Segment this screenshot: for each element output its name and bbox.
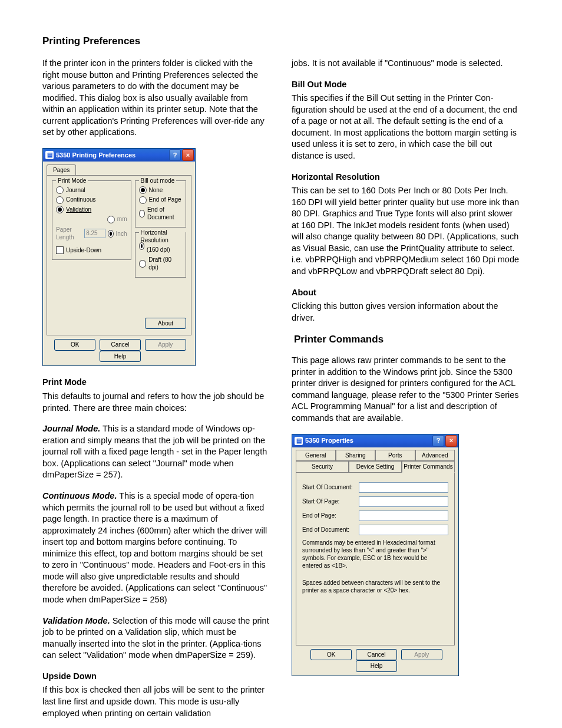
billout-eod-label: End of Document bbox=[147, 206, 182, 222]
tab-pages[interactable]: Pages bbox=[47, 164, 76, 176]
cancel-button[interactable]: Cancel bbox=[100, 339, 141, 351]
billout-heading: Bill Out Mode bbox=[292, 80, 346, 89]
commands-help-1: Commands may be entered in Hexadecimal f… bbox=[302, 539, 448, 569]
help-button[interactable]: Help bbox=[100, 351, 141, 363]
radio-hres-draft[interactable] bbox=[139, 260, 147, 268]
billout-none-label: None bbox=[149, 186, 163, 195]
radio-validation[interactable] bbox=[56, 206, 64, 213]
group-print-mode: Print Mode Journal Continuous Validation… bbox=[52, 180, 131, 261]
hres-heading: Horizontal Resolution bbox=[292, 172, 380, 182]
paper-length-field: 8.25 bbox=[84, 229, 105, 238]
help-button[interactable]: Help bbox=[356, 660, 397, 672]
tab-general[interactable]: General bbox=[296, 450, 336, 462]
dialog2-titlebar: ▤ 5350 Properties ? × bbox=[292, 434, 458, 447]
input-start-of-document[interactable] bbox=[359, 482, 448, 493]
label-end-of-page: End of Page: bbox=[302, 512, 355, 520]
dialog2-title: 5350 Properties bbox=[305, 436, 353, 445]
tab-device-setting[interactable]: Device Setting bbox=[349, 461, 402, 473]
group-billout: Bill out mode None End of Page End of Do… bbox=[135, 180, 187, 228]
group-hres: Horizontal Resolution Enhanced (160 dpi)… bbox=[135, 232, 187, 278]
unit-mm-label: mm bbox=[117, 215, 127, 223]
journal-mode-lead: Journal Mode. bbox=[42, 424, 100, 433]
print-mode-heading: Print Mode bbox=[42, 377, 87, 387]
radio-validation-label: Validation bbox=[66, 206, 91, 214]
radio-unit-mm bbox=[107, 216, 115, 223]
tab-ports[interactable]: Ports bbox=[375, 450, 415, 462]
radio-journal[interactable] bbox=[56, 186, 64, 194]
print-mode-paragraph: This defaults to journal and refers to h… bbox=[42, 391, 270, 414]
radio-unit-inch bbox=[108, 230, 114, 238]
radio-continuous-label: Continuous bbox=[66, 196, 96, 204]
apply-button[interactable]: Apply bbox=[401, 649, 442, 661]
input-start-of-page[interactable] bbox=[359, 496, 448, 507]
upside-down-label: Upside-Down bbox=[66, 246, 101, 255]
radio-continuous[interactable] bbox=[56, 196, 64, 204]
about-heading: About bbox=[292, 288, 316, 297]
help-icon[interactable]: ? bbox=[169, 149, 181, 161]
paper-length-label: Paper Length bbox=[56, 226, 82, 242]
commands-help-2: Spaces added between characters will be … bbox=[302, 579, 448, 594]
radio-billout-eod[interactable] bbox=[139, 210, 145, 218]
input-end-of-document[interactable] bbox=[359, 525, 448, 535]
about-button[interactable]: About bbox=[145, 318, 186, 330]
continuous-mode-paragraph: Continuous Mode. This is a special mode … bbox=[42, 490, 270, 606]
upside-down-paragraph: If this box is checked then all jobs wil… bbox=[42, 684, 270, 719]
journal-mode-paragraph: Journal Mode. This is a standard mode of… bbox=[42, 423, 270, 481]
tab-printer-commands[interactable]: Printer Commands bbox=[402, 461, 455, 473]
radio-journal-label: Journal bbox=[66, 186, 85, 195]
upside-down-heading: Upside Down bbox=[42, 671, 97, 681]
group-print-mode-legend: Print Mode bbox=[56, 177, 88, 185]
hres-paragraph: This can be set to 160 Dots Per Inch or … bbox=[292, 185, 520, 278]
radio-billout-eop[interactable] bbox=[139, 196, 147, 204]
about-paragraph: Clicking this button gives version infor… bbox=[292, 301, 520, 324]
ok-button[interactable]: OK bbox=[54, 339, 95, 351]
intro-paragraph: If the printer icon in the printers fold… bbox=[42, 58, 270, 139]
continuous-mode-lead: Continuous Mode. bbox=[42, 491, 117, 500]
close-icon[interactable]: × bbox=[182, 149, 194, 161]
apply-button[interactable]: Apply bbox=[145, 339, 186, 351]
input-end-of-page[interactable] bbox=[359, 510, 448, 521]
label-start-of-document: Start Of Document: bbox=[302, 483, 355, 492]
group-hres-legend: Horizontal Resolution bbox=[139, 229, 186, 245]
heading-printer-commands: Printer Commands bbox=[294, 333, 520, 347]
billout-eop-label: End of Page bbox=[149, 196, 181, 204]
dialog-titlebar: ▤ 5350 Printing Preferences ? × bbox=[43, 149, 195, 162]
cancel-button[interactable]: Cancel bbox=[356, 649, 397, 661]
printing-preferences-dialog: ▤ 5350 Printing Preferences ? × Pages bbox=[42, 148, 196, 367]
hres-draft-label: Draft (80 dpi) bbox=[148, 256, 182, 272]
label-start-of-page: Start Of Page: bbox=[302, 498, 355, 506]
help-icon[interactable]: ? bbox=[432, 435, 444, 447]
ok-button[interactable]: OK bbox=[310, 649, 352, 661]
group-billout-legend: Bill out mode bbox=[139, 177, 177, 185]
validation-mode-lead: Validation Mode. bbox=[42, 616, 110, 625]
printer-commands-paragraph: This page allows raw printer commands to… bbox=[292, 355, 520, 424]
right-column: jobs. It is not available if "Continuous… bbox=[292, 58, 520, 719]
printer-icon: ▤ bbox=[295, 437, 303, 445]
billout-paragraph: This specifies if the Bill Out setting i… bbox=[292, 93, 520, 162]
tab-sharing[interactable]: Sharing bbox=[336, 450, 376, 462]
jobs-continuation: jobs. It is not available if "Continuous… bbox=[292, 58, 520, 70]
printer-icon: ▤ bbox=[45, 151, 54, 159]
checkbox-upside-down[interactable] bbox=[56, 246, 64, 254]
dialog-title: 5350 Printing Preferences bbox=[56, 151, 135, 160]
heading-printing-preferences: Printing Preferences bbox=[42, 35, 520, 47]
unit-inch-label: Inch bbox=[116, 230, 127, 238]
label-end-of-document: End of Document: bbox=[302, 526, 355, 534]
radio-billout-none[interactable] bbox=[139, 186, 147, 194]
properties-dialog: ▤ 5350 Properties ? × General Sharing Po… bbox=[292, 434, 459, 676]
close-icon[interactable]: × bbox=[445, 435, 457, 447]
validation-mode-paragraph: Validation Mode. Selection of this mode … bbox=[42, 615, 270, 661]
left-column: If the printer icon in the printers fold… bbox=[42, 58, 270, 719]
radio-hres-enhanced[interactable] bbox=[139, 242, 145, 250]
tab-advanced[interactable]: Advanced bbox=[415, 450, 455, 462]
tab-security[interactable]: Security bbox=[296, 461, 349, 473]
